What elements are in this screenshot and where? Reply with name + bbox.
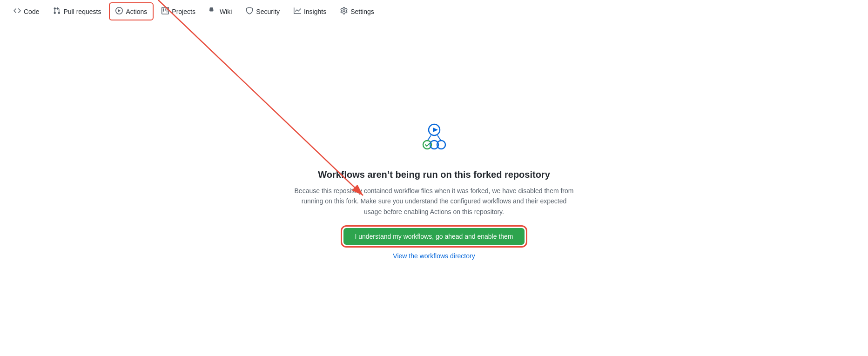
nav-item-security-label: Security — [256, 8, 280, 15]
nav-bar: Code Pull requests Actions — [0, 0, 868, 23]
svg-line-8 — [158, 0, 363, 195]
nav-item-code[interactable]: Code — [7, 3, 45, 20]
page-wrapper: Code Pull requests Actions — [0, 0, 868, 356]
nav-item-settings[interactable]: Settings — [334, 3, 380, 20]
nav-item-pull-requests-label: Pull requests — [63, 8, 101, 15]
security-icon — [246, 7, 253, 16]
workflow-icon-container — [416, 120, 453, 158]
code-icon — [13, 7, 21, 16]
nav-item-insights-label: Insights — [304, 8, 326, 15]
workflow-title: Workflows aren’t being run on this forke… — [318, 169, 550, 180]
svg-marker-1 — [433, 128, 438, 132]
nav-item-actions[interactable]: Actions — [109, 2, 154, 20]
main-content: Workflows aren’t being run on this forke… — [0, 23, 868, 356]
insights-icon — [294, 7, 301, 16]
nav-item-pull-requests[interactable]: Pull requests — [47, 3, 107, 20]
nav-item-projects-label: Projects — [172, 8, 195, 15]
pull-request-icon — [53, 7, 61, 16]
wiki-icon — [209, 7, 217, 16]
view-workflows-link[interactable]: View the workflows directory — [393, 252, 475, 260]
workflow-svg — [416, 120, 453, 157]
actions-icon — [115, 7, 123, 16]
settings-icon — [340, 7, 348, 16]
nav-item-wiki[interactable]: Wiki — [203, 3, 238, 20]
workflow-description: Because this repository contained workfl… — [295, 186, 574, 217]
nav-item-code-label: Code — [24, 8, 39, 15]
enable-workflows-button[interactable]: I understand my workflows, go ahead and … — [343, 228, 524, 245]
projects-icon — [161, 7, 169, 16]
nav-item-settings-label: Settings — [350, 8, 374, 15]
nav-item-actions-label: Actions — [126, 8, 147, 15]
nav-item-security[interactable]: Security — [240, 3, 286, 20]
nav-item-wiki-label: Wiki — [220, 8, 232, 15]
nav-item-projects[interactable]: Projects — [155, 3, 202, 20]
nav-item-insights[interactable]: Insights — [288, 3, 332, 20]
